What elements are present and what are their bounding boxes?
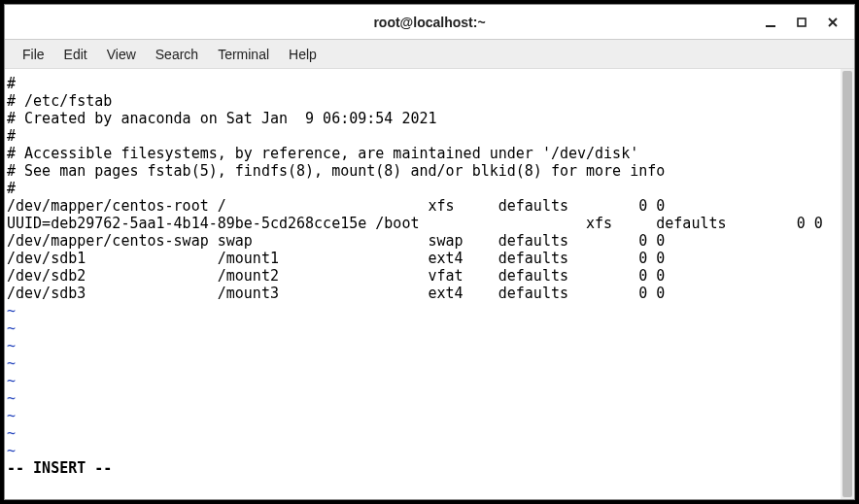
file-line: # xyxy=(7,127,16,145)
file-line: /dev/sdb2 /mount2 vfat defaults 0 0 xyxy=(7,267,665,285)
scrollbar[interactable] xyxy=(841,69,854,499)
svg-rect-0 xyxy=(766,25,775,27)
menu-terminal[interactable]: Terminal xyxy=(208,43,279,66)
file-line: /dev/mapper/centos-swap swap swap defaul… xyxy=(7,232,665,250)
svg-rect-1 xyxy=(798,18,806,26)
menu-help[interactable]: Help xyxy=(279,43,326,66)
window-title: root@localhost:~ xyxy=(373,15,485,30)
close-button[interactable] xyxy=(817,9,848,36)
vim-tilde: ~ xyxy=(7,302,16,319)
vim-tilde: ~ xyxy=(7,407,16,424)
file-line: # /etc/fstab xyxy=(7,92,112,110)
vim-tilde: ~ xyxy=(7,337,16,354)
window-controls xyxy=(755,5,848,39)
minimize-icon xyxy=(765,17,776,28)
close-icon xyxy=(827,17,839,28)
vim-tilde: ~ xyxy=(7,424,16,442)
vim-tilde: ~ xyxy=(7,442,16,459)
vim-status: -- INSERT -- xyxy=(7,459,112,477)
vim-tilde: ~ xyxy=(7,354,16,372)
minimize-button[interactable] xyxy=(755,9,786,36)
vim-tilde: ~ xyxy=(7,319,16,337)
vim-tilde: ~ xyxy=(7,372,16,389)
file-line: /dev/sdb3 /mount3 ext4 defaults 0 0 xyxy=(7,285,665,302)
file-line: # xyxy=(7,180,16,197)
file-line: /dev/sdb1 /mount1 ext4 defaults 0 0 xyxy=(7,250,665,267)
vim-tilde: ~ xyxy=(7,389,16,407)
terminal-window: root@localhost:~ File Edit View Search T… xyxy=(4,4,855,500)
file-line: # Created by anaconda on Sat Jan 9 06:09… xyxy=(7,110,437,127)
file-line: # Accessible filesystems, by reference, … xyxy=(7,145,638,162)
file-line: # xyxy=(7,75,16,92)
file-line: # See man pages fstab(5), findfs(8), mou… xyxy=(7,162,665,180)
terminal-content[interactable]: # # /etc/fstab # Created by anaconda on … xyxy=(5,69,841,499)
menu-search[interactable]: Search xyxy=(146,43,208,66)
terminal-area: # # /etc/fstab # Created by anaconda on … xyxy=(5,69,854,499)
scrollbar-thumb[interactable] xyxy=(842,71,852,497)
maximize-icon xyxy=(796,17,807,28)
menubar: File Edit View Search Terminal Help xyxy=(5,40,854,69)
menu-file[interactable]: File xyxy=(13,43,54,66)
menu-view[interactable]: View xyxy=(97,43,146,66)
maximize-button[interactable] xyxy=(786,9,817,36)
menu-edit[interactable]: Edit xyxy=(54,43,97,66)
file-line: /dev/mapper/centos-root / xfs defaults 0… xyxy=(7,197,665,215)
file-line: UUID=deb29762-5aa1-4b14-89be-5cd268cce15… xyxy=(7,215,823,232)
titlebar[interactable]: root@localhost:~ xyxy=(5,5,854,40)
